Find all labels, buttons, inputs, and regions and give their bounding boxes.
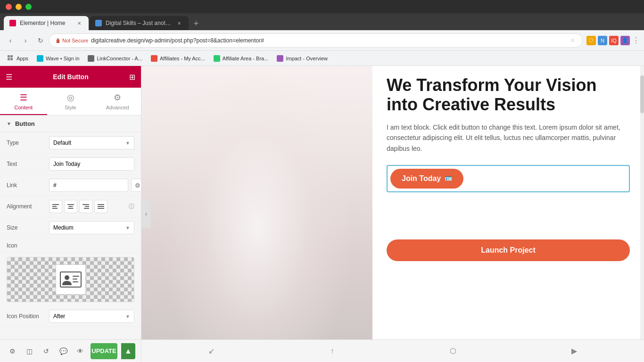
type-select[interactable]: Default ▼ (49, 136, 134, 149)
type-select-box[interactable]: Default ▼ (49, 136, 134, 149)
minimize-button[interactable] (16, 4, 22, 10)
svg-rect-11 (85, 206, 89, 207)
main-area: ☰ Edit Button ⊞ ☰ Content ◎ Style ⚙ Adva… (0, 66, 644, 362)
n-icon[interactable]: N (598, 36, 607, 45)
canvas-toolbar-arrow[interactable]: ↑ (325, 344, 340, 359)
link-input[interactable] (49, 179, 128, 192)
update-dropdown-button[interactable]: ▲ (121, 343, 135, 359)
back-button[interactable]: ‹ (4, 34, 17, 47)
shield-icon[interactable]: IQ (609, 36, 619, 45)
link-label: Link (7, 182, 44, 189)
rug-overlay (141, 66, 372, 362)
size-select[interactable]: Medium ▼ (49, 221, 134, 234)
bookmark-affiliate-area-label: Affiliate Area - Bra... (223, 56, 269, 61)
align-center-button[interactable] (64, 200, 77, 213)
tab-close-digital-skills[interactable]: ✕ (175, 19, 183, 27)
bookmark-apps[interactable]: Apps (4, 53, 32, 64)
svg-rect-14 (98, 206, 104, 207)
tab-digital-skills[interactable]: Digital Skills – Just another Wo... ✕ (90, 16, 189, 30)
align-center-icon (67, 203, 74, 210)
address-bar-row: ‹ › ↻ Not Secure digitalcreative.design/… (0, 30, 644, 51)
icon-preview-area[interactable] (7, 257, 134, 302)
canvas-scrollbar[interactable] (640, 66, 644, 362)
bookmark-linkconnector[interactable]: LinkConnector - A... (84, 53, 146, 64)
collapse-panel-button[interactable]: ‹ (141, 200, 151, 228)
canvas-scrollbar-thumb[interactable] (640, 75, 644, 113)
tab-close-elementor[interactable]: ✕ (75, 19, 83, 27)
layers-icon[interactable]: ◫ (23, 345, 36, 358)
align-right-button[interactable] (79, 200, 92, 213)
affiliate-area-favicon (214, 55, 220, 62)
tab-label-elementor: Elementor | Home (20, 20, 66, 26)
not-secure-indicator: Not Secure (55, 38, 88, 43)
icon-label: Icon (7, 242, 44, 249)
style-tab-label: Style (65, 105, 76, 110)
align-group (49, 200, 122, 213)
align-justify-button[interactable] (94, 200, 107, 213)
canvas-toolbar-layers[interactable]: ⬡ (446, 344, 461, 359)
panel-hamburger-icon[interactable]: ☰ (6, 73, 12, 82)
icon-position-select[interactable]: After ▼ (49, 310, 134, 323)
panel-header: ☰ Edit Button ⊞ (0, 66, 141, 88)
canvas-area: We Transform Your Vision into Creative R… (141, 66, 644, 362)
tab-content[interactable]: ☰ Content (0, 88, 47, 115)
svg-rect-19 (73, 279, 77, 280)
comments-icon[interactable]: 💬 (57, 345, 70, 358)
update-button[interactable]: UPDATE (91, 343, 117, 359)
bookmark-star-icon[interactable]: ☆ (568, 36, 577, 45)
join-today-label: Join Today (402, 174, 441, 183)
reload-button[interactable]: ↻ (34, 34, 47, 47)
size-select-box[interactable]: Medium ▼ (49, 221, 134, 234)
bookmark-affiliate-area[interactable]: Affiliate Area - Bra... (210, 53, 272, 64)
tab-label-digital-skills: Digital Skills – Just another Wo... (106, 20, 172, 26)
size-value: Medium (53, 224, 74, 231)
responsive-icon[interactable]: 👁 (74, 345, 87, 358)
not-secure-text: Not Secure (62, 38, 88, 43)
join-today-button[interactable]: Join Today 🪪 (390, 169, 463, 189)
settings-icon[interactable]: ⚙ (6, 345, 19, 358)
profile-icon[interactable]: 👤 (620, 36, 630, 45)
menu-icon[interactable]: ⋮ (632, 36, 640, 45)
size-label: Size (7, 224, 44, 231)
text-label: Text (7, 161, 44, 167)
tab-style[interactable]: ◎ Style (47, 88, 94, 115)
extensions-icon[interactable]: ⬡ (586, 36, 596, 45)
button-section-header[interactable]: ▼ Button (0, 115, 141, 132)
spacer (387, 202, 630, 239)
svg-rect-7 (67, 204, 74, 205)
align-left-button[interactable] (49, 200, 62, 213)
canvas-toolbar-settings[interactable]: ↙ (204, 344, 219, 359)
text-input-wrapper (49, 157, 134, 171)
svg-point-17 (65, 275, 69, 280)
panel-grid-icon[interactable]: ⊞ (129, 73, 135, 82)
bookmark-wave[interactable]: Wave • Sign in (33, 53, 83, 64)
tab-advanced[interactable]: ⚙ Advanced (94, 88, 141, 115)
svg-rect-20 (73, 281, 78, 282)
text-input[interactable] (49, 157, 134, 171)
contact-card-icon (59, 270, 82, 289)
rug-image (141, 66, 372, 362)
history-icon[interactable]: ↺ (40, 345, 53, 358)
bookmark-impact[interactable]: Impact - Overview (273, 53, 331, 64)
new-tab-button[interactable]: + (190, 17, 203, 30)
svg-rect-8 (69, 206, 73, 207)
wave-favicon (37, 55, 43, 62)
icon-preview-box (56, 264, 86, 295)
forward-button[interactable]: › (19, 34, 32, 47)
address-box[interactable]: Not Secure digitalcreative.design/wp-adm… (49, 33, 583, 48)
close-button[interactable] (6, 4, 12, 10)
bookmark-impact-label: Impact - Overview (286, 56, 328, 61)
link-settings-button[interactable]: ⚙ (131, 179, 141, 192)
tab-elementor[interactable]: Elementor | Home ✕ (4, 16, 89, 30)
bookmark-linkconnector-label: LinkConnector - A... (97, 56, 142, 61)
join-today-button-wrapper[interactable]: Join Today 🪪 (387, 165, 630, 192)
bookmark-affiliates[interactable]: Affiliates - My Acc... (147, 53, 209, 64)
canvas-toolbar-preview[interactable]: ▶ (567, 344, 582, 359)
maximize-button[interactable] (25, 4, 32, 10)
launch-project-button[interactable]: Launch Project (387, 239, 630, 261)
icon-position-value: After (53, 313, 65, 320)
icon-position-select-box[interactable]: After ▼ (49, 310, 134, 323)
svg-rect-9 (68, 208, 74, 209)
type-select-arrow: ▼ (125, 140, 130, 146)
style-tab-icon: ◎ (67, 92, 74, 103)
